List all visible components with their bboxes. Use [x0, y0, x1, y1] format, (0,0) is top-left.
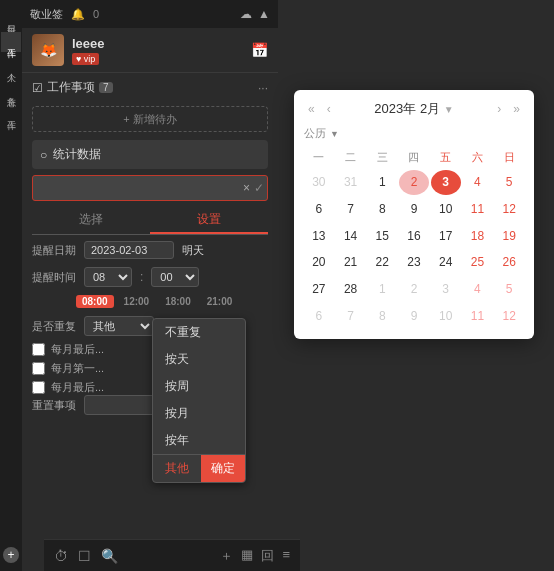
- dropdown-item-year[interactable]: 按年: [153, 427, 245, 454]
- cal-day-4[interactable]: 4: [463, 170, 493, 195]
- cal-day-9-next[interactable]: 9: [399, 304, 429, 329]
- sidebar-item-memo[interactable]: 备忘: [1, 80, 21, 100]
- search-icon[interactable]: 🔍: [101, 548, 118, 564]
- cal-day-31-prev[interactable]: 31: [336, 170, 366, 195]
- calendar-grid: 一 二 三 四 五 六 日 30 31 1 2 3 4 5 6 7 8 9 10…: [304, 147, 524, 329]
- cal-day-6-next[interactable]: 6: [304, 304, 334, 329]
- tab-select[interactable]: 选择: [32, 207, 150, 234]
- time-pill-1800[interactable]: 18:00: [159, 295, 197, 308]
- cal-day-26[interactable]: 26: [494, 250, 524, 275]
- add-icon[interactable]: ＋: [220, 547, 233, 565]
- cal-day-1-next[interactable]: 1: [367, 277, 397, 302]
- cal-day-7-next[interactable]: 7: [336, 304, 366, 329]
- cal-day-25[interactable]: 25: [463, 250, 493, 275]
- menu-icon[interactable]: ≡: [282, 547, 290, 565]
- cal-day-11-next[interactable]: 11: [463, 304, 493, 329]
- calendar-icon[interactable]: 📅: [251, 42, 268, 58]
- top-bar: 敬业签 🔔 0 ☁ ▲: [22, 0, 278, 28]
- dropdown-item-week[interactable]: 按周: [153, 373, 245, 400]
- cal-day-9[interactable]: 9: [399, 197, 429, 222]
- cal-day-3[interactable]: 3: [431, 170, 461, 195]
- layout-icon[interactable]: 回: [261, 547, 274, 565]
- calendar-header: « ‹ 2023年 2月 ▼ › »: [304, 100, 524, 118]
- cal-prev-prev[interactable]: «: [304, 100, 319, 118]
- confirm-icon[interactable]: ✓: [254, 181, 264, 195]
- cal-day-15[interactable]: 15: [367, 224, 397, 249]
- bell-icon: 🔔: [71, 8, 85, 21]
- cal-day-2[interactable]: 2: [399, 170, 429, 195]
- avatar: 🦊: [32, 34, 64, 66]
- sidebar-item-daily[interactable]: 每日: [1, 8, 21, 28]
- cal-day-8-next[interactable]: 8: [367, 304, 397, 329]
- cal-day-13[interactable]: 13: [304, 224, 334, 249]
- cloud-icon[interactable]: ☁: [240, 7, 252, 21]
- cal-prev[interactable]: ‹: [323, 100, 335, 118]
- sidebar-add-button[interactable]: +: [3, 547, 19, 563]
- cal-day-7[interactable]: 7: [336, 197, 366, 222]
- dropdown-item-other[interactable]: 其他: [153, 455, 201, 482]
- sidebar-item-work[interactable]: 工作: [1, 32, 21, 52]
- cal-day-3-next[interactable]: 3: [431, 277, 461, 302]
- cal-day-1[interactable]: 1: [367, 170, 397, 195]
- cal-next-next[interactable]: »: [509, 100, 524, 118]
- checkbox-1[interactable]: [32, 362, 45, 375]
- cal-day-28[interactable]: 28: [336, 277, 366, 302]
- task-item: ○ 统计数据: [32, 140, 268, 169]
- cal-day-22[interactable]: 22: [367, 250, 397, 275]
- time-pill-0800[interactable]: 08:00: [76, 295, 114, 308]
- cal-day-12-next[interactable]: 12: [494, 304, 524, 329]
- dropdown-item-day[interactable]: 按天: [153, 346, 245, 373]
- cal-day-2-next[interactable]: 2: [399, 277, 429, 302]
- cal-day-10-next[interactable]: 10: [431, 304, 461, 329]
- remind-time-label: 提醒时间: [32, 270, 76, 285]
- cal-day-10[interactable]: 10: [431, 197, 461, 222]
- tabs: 选择 设置: [32, 207, 268, 235]
- checkbox-nav-icon[interactable]: ☐: [78, 548, 91, 564]
- cal-day-11[interactable]: 11: [463, 197, 493, 222]
- checkbox-2[interactable]: [32, 381, 45, 394]
- sidebar-item-personal[interactable]: 个人: [1, 56, 21, 76]
- cal-day-18[interactable]: 18: [463, 224, 493, 249]
- expand-icon[interactable]: ▲: [258, 7, 270, 21]
- cal-day-17[interactable]: 17: [431, 224, 461, 249]
- close-icon[interactable]: ×: [243, 181, 250, 195]
- cal-day-23[interactable]: 23: [399, 250, 429, 275]
- add-task-button[interactable]: + 新增待办: [32, 106, 268, 132]
- cal-day-12[interactable]: 12: [494, 197, 524, 222]
- cal-day-4-next[interactable]: 4: [463, 277, 493, 302]
- task-input[interactable]: [32, 175, 268, 201]
- cal-day-5-next[interactable]: 5: [494, 277, 524, 302]
- calendar-type-arrow: ▼: [330, 129, 339, 139]
- cal-day-16[interactable]: 16: [399, 224, 429, 249]
- user-info: leeee ♥ vip: [72, 36, 243, 65]
- cal-day-5[interactable]: 5: [494, 170, 524, 195]
- tab-settings[interactable]: 设置: [150, 207, 268, 234]
- cal-day-20[interactable]: 20: [304, 250, 334, 275]
- dropdown-confirm-button[interactable]: 确定: [201, 455, 245, 482]
- minute-select[interactable]: 00: [151, 267, 199, 287]
- repeat-select[interactable]: 其他: [84, 316, 154, 336]
- task-input-row: × ✓: [32, 175, 268, 201]
- sidebar-item-work2[interactable]: 工作: [1, 104, 21, 124]
- weekday-6: 日: [494, 147, 524, 168]
- cal-next[interactable]: ›: [493, 100, 505, 118]
- cal-day-24[interactable]: 24: [431, 250, 461, 275]
- cal-day-21[interactable]: 21: [336, 250, 366, 275]
- time-pill-2100[interactable]: 21:00: [201, 295, 239, 308]
- cal-day-27[interactable]: 27: [304, 277, 334, 302]
- remind-date-input[interactable]: [84, 241, 174, 259]
- app-title: 敬业签: [30, 7, 63, 22]
- cal-day-6[interactable]: 6: [304, 197, 334, 222]
- dropdown-item-month[interactable]: 按月: [153, 400, 245, 427]
- timer-icon[interactable]: ⏱: [54, 548, 68, 564]
- time-pill-1200[interactable]: 12:00: [118, 295, 156, 308]
- hour-select[interactable]: 08: [84, 267, 132, 287]
- grid-icon[interactable]: ▦: [241, 547, 253, 565]
- cal-day-19[interactable]: 19: [494, 224, 524, 249]
- cal-day-30-prev[interactable]: 30: [304, 170, 334, 195]
- dropdown-item-no-repeat[interactable]: 不重复: [153, 319, 245, 346]
- checkbox-0[interactable]: [32, 343, 45, 356]
- more-icon[interactable]: ···: [258, 81, 268, 95]
- cal-day-8[interactable]: 8: [367, 197, 397, 222]
- cal-day-14[interactable]: 14: [336, 224, 366, 249]
